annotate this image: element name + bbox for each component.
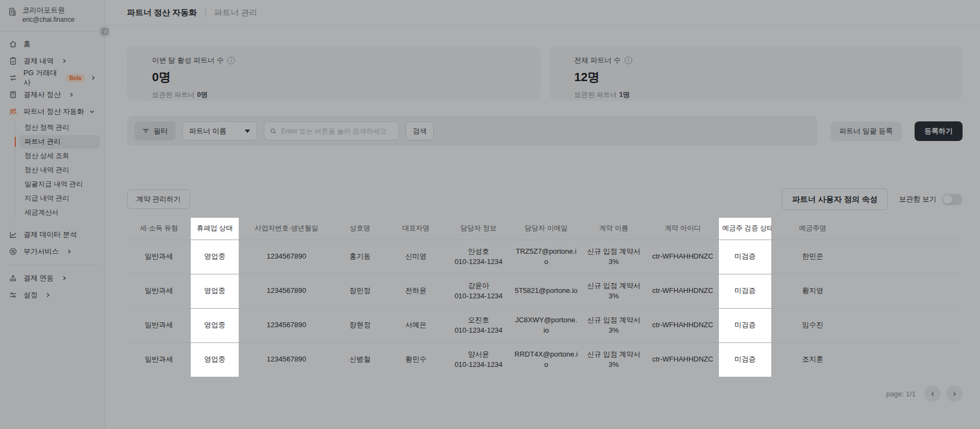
cell-business-status: 영업중 xyxy=(191,342,239,377)
column-contact-info[interactable]: 담당자 정보 xyxy=(446,218,511,240)
prev-page-button[interactable]: ‹ xyxy=(924,385,941,402)
search-button[interactable]: 검색 xyxy=(406,121,434,140)
cell-representative: 전하윤 xyxy=(386,274,446,308)
sidebar-subitem-bulk-payout-history[interactable]: 일괄지급 내역 관리 xyxy=(19,177,100,191)
cell-contact-info: 안성호010-1234-1234 xyxy=(446,240,511,274)
cell-contract-name: 신규 입점 계약서 3% xyxy=(581,240,646,274)
sidebar-collapse-button[interactable] xyxy=(100,27,110,36)
shapes-icon xyxy=(9,274,17,283)
cell-business-status: 영업중 xyxy=(191,240,239,274)
chevron-right-icon xyxy=(62,58,67,64)
archive-view-toggle[interactable] xyxy=(942,194,963,205)
org-switcher[interactable]: 코리아포트원 eric@chai.finance xyxy=(0,0,105,32)
card-value: 0명 xyxy=(152,69,516,85)
building-icon xyxy=(8,7,17,16)
sidebar-subitem-payout-history[interactable]: 지급 내역 관리 xyxy=(19,192,100,205)
column-representative[interactable]: 대표자명 xyxy=(386,218,446,240)
chart-icon xyxy=(9,230,17,239)
cell-representative: 황민수 xyxy=(386,342,446,377)
column-contract-name[interactable]: 계약 이름 xyxy=(581,218,646,240)
cell-filler xyxy=(854,240,961,274)
table-row[interactable]: 일반과세 영업중 1234567890 신병철 황민수 양서윤010-1234-… xyxy=(127,342,961,377)
sidebar-item-payment-integration[interactable]: 결제 연동 xyxy=(5,270,100,286)
app-window: 코리아포트원 eric@chai.finance 홈 결제 내역 PG 거래대사… xyxy=(0,0,980,429)
cell-contact-email: TRZ5Z7@portone.io xyxy=(511,240,581,274)
cell-contact-info: 오진호010-1234-1234 xyxy=(446,308,511,342)
table-row[interactable]: 일반과세 영업중 1234567890 장민정 전하윤 강윤아010-1234-… xyxy=(127,274,961,308)
column-business-number[interactable]: 사업자번호·생년월일 xyxy=(239,218,334,240)
sidebar-item-addon-services[interactable]: 부가서비스 xyxy=(5,243,100,260)
sidebar-subitem-settlement-history[interactable]: 정산 내역 관리 xyxy=(19,163,100,177)
column-account-holder[interactable]: 예금주명 xyxy=(771,218,854,240)
cell-contact-info: 강윤아010-1234-1234 xyxy=(446,274,511,308)
chevron-left-icon: ‹ xyxy=(931,389,934,398)
contract-manage-button[interactable]: 계약 관리하기 xyxy=(127,189,190,209)
sidebar-subitem-settlement-policy[interactable]: 정산 정책 관리 xyxy=(19,121,100,134)
sidebar-item-home[interactable]: 홈 xyxy=(5,36,100,52)
archived-label: 보관된 파트너 xyxy=(574,91,617,99)
pagination: page: 1/1 ‹ › xyxy=(127,385,963,402)
filter-panel: 필터 파트너 이름 검색 xyxy=(127,116,818,146)
sidebar-item-label: 부가서비스 xyxy=(23,247,59,256)
search-icon xyxy=(270,127,277,135)
cell-contract-name: 신규 입점 계약서 3% xyxy=(581,308,646,342)
chevron-right-icon xyxy=(69,92,74,97)
breadcrumb-separator: | xyxy=(204,8,207,17)
cell-contact-email: JC8XWY@portone.io xyxy=(511,308,581,342)
column-contact-email[interactable]: 담당자 이메일 xyxy=(511,218,581,240)
sidebar-subitem-settlement-detail[interactable]: 정산 상세 조회 xyxy=(19,149,100,163)
column-tax-type[interactable]: 세·소득 유형 xyxy=(127,218,191,240)
cell-representative: 서예은 xyxy=(386,308,446,342)
search-field-select[interactable]: 파트너 이름 xyxy=(182,121,257,140)
column-account-verify-status[interactable]: 예금주 검증 상태 xyxy=(719,218,771,240)
search-input[interactable] xyxy=(281,127,393,135)
sidebar-item-pg-reconciliation[interactable]: PG 거래대사 Beta xyxy=(5,70,100,86)
table-row[interactable]: 일반과세 영업중 1234567890 홍기동 신미영 안성호010-1234-… xyxy=(127,240,961,274)
cell-contact-info: 양서윤010-1234-1234 xyxy=(446,342,511,377)
cell-business-number: 1234567890 xyxy=(239,342,334,377)
info-icon[interactable]: i xyxy=(625,57,632,64)
cell-filler xyxy=(854,274,961,308)
cell-contract-name: 신규 입점 계약서 3% xyxy=(581,274,646,308)
sidebar-item-partner-settlement[interactable]: 파트너 정산 자동화 xyxy=(5,103,100,120)
column-company-name[interactable]: 상호명 xyxy=(334,218,386,240)
sidebar-item-data-analytics[interactable]: 결제 데이터 분석 xyxy=(5,226,100,243)
sidebar-item-label: 결제사 정산 xyxy=(23,90,61,100)
bulk-register-button[interactable]: 파트너 일괄 등록 xyxy=(831,121,902,141)
sidebar-item-payments[interactable]: 결제 내역 xyxy=(5,53,100,69)
sidebar-item-label: 설정 xyxy=(23,290,38,300)
cell-tax-type: 일반과세 xyxy=(127,240,191,274)
cell-account-holder: 임수진 xyxy=(771,308,854,342)
cell-business-number: 1234567890 xyxy=(239,274,334,308)
info-icon[interactable]: i xyxy=(227,57,235,64)
filter-row: 필터 파트너 이름 검색 파트너 일괄 등록 등록하기 xyxy=(127,116,963,146)
sidebar-subitem-partner-management[interactable]: 파트너 관리 xyxy=(19,135,100,149)
clipboard-icon xyxy=(9,57,17,65)
column-business-status[interactable]: 휴폐업 상태 xyxy=(191,218,239,240)
archived-label: 보관된 파트너 xyxy=(152,91,195,99)
sidebar-divider xyxy=(6,265,99,265)
table-toolbar: 계약 관리하기 파트너 사용자 정의 속성 보관함 보기 xyxy=(127,188,963,210)
card-label: 전체 파트너 수 xyxy=(574,56,621,65)
breadcrumb-section[interactable]: 파트너 정산 자동화 xyxy=(127,8,197,18)
cell-business-status: 영업중 xyxy=(191,274,239,308)
search-box xyxy=(264,121,399,140)
sidebar-item-settings[interactable]: 설정 xyxy=(5,287,100,303)
register-button[interactable]: 등록하기 xyxy=(915,121,963,141)
filter-button[interactable]: 필터 xyxy=(135,121,176,140)
table-row[interactable]: 일반과세 영업중 1234567890 장현정 서예은 오진호010-1234-… xyxy=(127,308,961,342)
custom-attributes-button[interactable]: 파트너 사용자 정의 속성 xyxy=(782,188,888,210)
active-partners-card: 이번 달 활성 파트너 수 i 0명 보관된 파트너0명 xyxy=(127,46,541,101)
caret-down-icon xyxy=(245,130,250,133)
cell-contract-id: ctr-WFHAHHDNZC xyxy=(646,308,719,342)
sidebar-subitem-tax-invoice[interactable]: 세금계산서 xyxy=(19,206,100,219)
sliders-icon xyxy=(9,291,17,299)
cell-company-name: 신병철 xyxy=(334,342,386,377)
sidebar-item-psp-settlement[interactable]: 결제사 정산 xyxy=(5,87,100,103)
chevron-right-icon xyxy=(45,292,51,298)
column-contract-id[interactable]: 계약 아이디 xyxy=(646,218,719,240)
cell-account-holder: 조지훈 xyxy=(771,342,854,377)
calculator-icon xyxy=(9,90,17,99)
next-page-button[interactable]: › xyxy=(946,385,963,402)
cell-company-name: 홍기동 xyxy=(334,240,386,274)
